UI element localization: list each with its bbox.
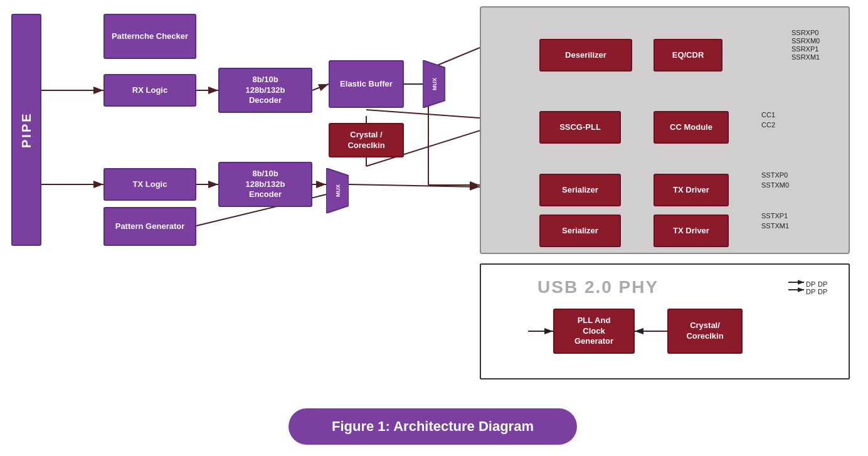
serializer2-label: Serializer — [562, 226, 598, 236]
cc-module-block: CC Module — [654, 111, 729, 144]
tx-logic-label: TX Logic — [133, 179, 167, 190]
usb-section: USB 2.0 PHY UTMI+ PLL AndClockGenerator … — [480, 263, 850, 379]
sscg-pll-block: SSCG-PLL — [539, 111, 621, 144]
tx-driver1-block: TX Driver — [654, 174, 729, 206]
crystal-bot-block: Crystal/Coreclkin — [667, 309, 743, 354]
diagram-container: PIPE Patternche Checker RX Logic TX Logi… — [0, 0, 868, 456]
decoder-block: 8b/10b128b/132bDecoder — [218, 68, 312, 113]
tx-driver2-label: TX Driver — [673, 226, 709, 236]
usb-phy-text: USB 2.0 PHY — [537, 277, 659, 297]
sstxp1-label: SSTXP1 — [761, 212, 788, 220]
encoder-block: 8b/10b128b/132bEncoder — [218, 162, 312, 207]
ssrxm0-label: SSRXM0 — [791, 37, 820, 45]
patternche-checker-block: Patternche Checker — [103, 14, 196, 59]
dp3-label: DP — [806, 288, 815, 295]
serializer1-block: Serializer — [539, 174, 621, 206]
encoder-label: 8b/10b128b/132bEncoder — [246, 169, 285, 201]
usb-phy-label: USB 2.0 PHY — [537, 277, 659, 297]
ssrxm1-label: SSRXM1 — [791, 53, 820, 61]
tx-driver1-label: TX Driver — [673, 185, 709, 196]
elastic-buffer-label: Elastic Buffer — [340, 79, 393, 90]
mux-bottom-shape: MUX — [326, 168, 349, 213]
ssrxp1-label: SSRXP1 — [791, 45, 818, 53]
pll-clock-block: PLL AndClockGenerator — [553, 309, 635, 354]
sstxm1-label: SSTXM1 — [761, 222, 789, 230]
pll-clock-label: PLL AndClockGenerator — [574, 315, 613, 347]
tx-logic-block: TX Logic — [103, 168, 196, 201]
cc-module-label: CC Module — [670, 122, 712, 133]
rx-logic-block: RX Logic — [103, 74, 196, 107]
dp1-label: DP — [806, 280, 815, 288]
pipe-label: PIPE — [18, 112, 34, 148]
sstxm0-label: SSTXM0 — [761, 181, 789, 189]
eq-cdr-label: EQ/CDR — [672, 50, 704, 61]
crystal-top-label: Crystal /Coreclkin — [347, 130, 384, 151]
cc2-label: CC2 — [761, 121, 775, 129]
usb-svg-lines — [481, 265, 851, 381]
serializer2-block: Serializer — [539, 215, 621, 247]
figure-caption-label: Figure 1: Architecture Diagram — [332, 418, 534, 435]
svg-text:MUX: MUX — [431, 78, 438, 90]
figure-caption: Figure 1: Architecture Diagram — [288, 408, 577, 445]
serializer1-label: Serializer — [562, 185, 598, 196]
patternche-label: Patternche Checker — [112, 31, 188, 42]
crystal-bot-label: Crystal/Coreclkin — [686, 321, 723, 342]
ssrxp0-label: SSRXP0 — [791, 29, 818, 36]
eq-cdr-block: EQ/CDR — [654, 39, 722, 72]
elastic-buffer-block: Elastic Buffer — [329, 60, 404, 108]
crystal-top-block: Crystal /Coreclkin — [329, 123, 404, 157]
decoder-label: 8b/10b128b/132bDecoder — [246, 75, 285, 107]
sstxp0-label: SSTXP0 — [761, 171, 788, 179]
mux-top-svg: MUX — [423, 60, 445, 108]
dp2-label: DP — [818, 280, 827, 288]
pipe-block: PIPE — [11, 14, 41, 246]
deserializer-block: Deserilizer — [539, 39, 632, 72]
pattern-generator-block: Pattern Generator — [103, 207, 196, 246]
mux-bottom-svg: MUX — [326, 168, 349, 213]
svg-line-13 — [349, 184, 480, 187]
cc1-label: CC1 — [761, 111, 775, 119]
mux-top-shape: MUX — [423, 60, 445, 108]
svg-text:MUX: MUX — [335, 184, 341, 197]
tx-driver2-block: TX Driver — [654, 215, 729, 247]
deserializer-label: Deserilizer — [565, 50, 606, 61]
pattern-gen-label: Pattern Generator — [115, 221, 185, 232]
rx-logic-label: RX Logic — [132, 85, 167, 96]
dp4-label: DP — [818, 288, 827, 295]
svg-line-7 — [312, 84, 329, 90]
sscg-pll-label: SSCG-PLL — [559, 122, 601, 133]
